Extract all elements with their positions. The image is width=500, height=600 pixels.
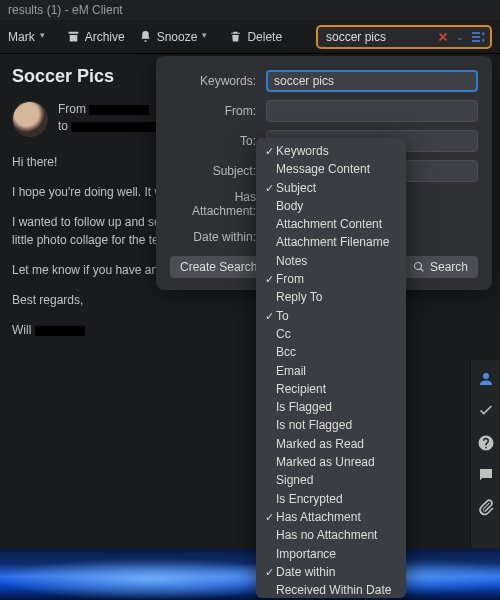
window-titlebar: results (1) - eM Client bbox=[0, 0, 500, 20]
dropdown-label: Is Encrypted bbox=[276, 491, 343, 507]
dropdown-label: Body bbox=[276, 198, 303, 214]
check-icon: ✓ bbox=[262, 143, 276, 159]
dropdown-item[interactable]: Is Flagged bbox=[256, 398, 406, 416]
dropdown-label: Marked as Unread bbox=[276, 454, 375, 470]
dropdown-item[interactable]: ✓Date within bbox=[256, 563, 406, 581]
dropdown-label: Keywords bbox=[276, 143, 329, 159]
contact-icon[interactable] bbox=[477, 370, 495, 388]
dropdown-item[interactable]: ✓Keywords bbox=[256, 142, 406, 160]
dropdown-item[interactable]: Signed bbox=[256, 471, 406, 489]
dropdown-label: Bcc bbox=[276, 344, 296, 360]
dropdown-item[interactable]: Is Encrypted bbox=[256, 490, 406, 508]
dropdown-label: Has Attachment bbox=[276, 509, 361, 525]
snooze-button[interactable]: Snooze ▾ bbox=[139, 30, 216, 44]
dropdown-item[interactable]: Attachment Content bbox=[256, 215, 406, 233]
clear-icon[interactable] bbox=[436, 30, 450, 44]
archive-button[interactable]: Archive bbox=[67, 30, 125, 44]
dropdown-label: Reply To bbox=[276, 289, 322, 305]
check-icon: ✓ bbox=[262, 308, 276, 324]
redacted bbox=[71, 122, 159, 132]
to-label: To: bbox=[170, 134, 256, 148]
dropdown-item[interactable]: Has no Attachment bbox=[256, 526, 406, 544]
dropdown-item[interactable]: ✓From bbox=[256, 270, 406, 288]
check-icon: ✓ bbox=[262, 180, 276, 196]
dropdown-item[interactable]: Body bbox=[256, 197, 406, 215]
from-input[interactable] bbox=[266, 100, 478, 122]
dropdown-label: Attachment Content bbox=[276, 216, 382, 232]
archive-label: Archive bbox=[85, 30, 125, 44]
dropdown-label: Is Flagged bbox=[276, 399, 332, 415]
trash-icon bbox=[229, 30, 242, 43]
dropdown-label: Message Content bbox=[276, 161, 370, 177]
dropdown-label: From bbox=[276, 271, 304, 287]
keywords-input[interactable]: soccer pics bbox=[266, 70, 478, 92]
dropdown-item[interactable]: Marked as Unread bbox=[256, 453, 406, 471]
mark-label: Mark bbox=[8, 30, 35, 44]
dropdown-item[interactable]: Recipient bbox=[256, 380, 406, 398]
dropdown-item[interactable]: Received Within Date bbox=[256, 581, 406, 599]
dropdown-label: Attachment Filename bbox=[276, 234, 389, 250]
check-icon: ✓ bbox=[262, 564, 276, 580]
right-rail bbox=[470, 360, 500, 552]
dropdown-item[interactable]: Reply To bbox=[256, 288, 406, 306]
dropdown-label: Received Within Date bbox=[276, 582, 391, 598]
dropdown-label: Subject bbox=[276, 180, 316, 196]
dropdown-label: Importance bbox=[276, 546, 336, 562]
help-icon[interactable] bbox=[477, 434, 495, 452]
dropdown-item[interactable]: ✓Has Attachment bbox=[256, 508, 406, 526]
has-attachment-label: Has Attachment: bbox=[170, 190, 256, 218]
main-toolbar: Mark ▾ Archive Snooze ▾ Delete soccer pi… bbox=[0, 20, 500, 54]
dropdown-item[interactable]: Marked as Read bbox=[256, 435, 406, 453]
desktop-background bbox=[0, 548, 500, 600]
dropdown-item[interactable]: ✓To bbox=[256, 307, 406, 325]
dropdown-item[interactable]: Email bbox=[256, 362, 406, 380]
dropdown-label: Is not Flagged bbox=[276, 417, 352, 433]
dropdown-label: Recipient bbox=[276, 381, 326, 397]
search-box[interactable]: soccer pics ⌄ bbox=[316, 25, 492, 49]
search-value: soccer pics bbox=[326, 30, 430, 44]
dropdown-item[interactable]: Attachment Filename bbox=[256, 233, 406, 251]
dropdown-label: Date within bbox=[276, 564, 335, 580]
from-label: From bbox=[58, 102, 86, 116]
search-button-label: Search bbox=[430, 260, 468, 274]
dropdown-item[interactable]: Is not Flagged bbox=[256, 416, 406, 434]
keywords-label: Keywords: bbox=[170, 74, 256, 88]
check-icon: ✓ bbox=[262, 509, 276, 525]
search-options-icon[interactable] bbox=[470, 29, 486, 45]
dropdown-item[interactable]: Bcc bbox=[256, 343, 406, 361]
bell-icon bbox=[139, 30, 152, 43]
dropdown-item[interactable]: Importance bbox=[256, 545, 406, 563]
redacted bbox=[89, 105, 149, 115]
window-title: results (1) - eM Client bbox=[8, 3, 123, 17]
date-within-label: Date within: bbox=[170, 230, 256, 244]
chevron-down-icon: ▾ bbox=[40, 30, 53, 43]
check-icon[interactable] bbox=[477, 402, 495, 420]
search-button[interactable]: Search bbox=[403, 256, 478, 278]
from-label: From: bbox=[170, 104, 256, 118]
chat-icon[interactable] bbox=[477, 466, 495, 484]
dropdown-item[interactable]: Cc bbox=[256, 325, 406, 343]
redacted bbox=[35, 326, 85, 336]
archive-icon bbox=[67, 30, 80, 43]
subject-label: Subject: bbox=[170, 164, 256, 178]
dropdown-item[interactable]: ✓Subject bbox=[256, 179, 406, 197]
dropdown-label: Email bbox=[276, 363, 306, 379]
dropdown-label: Notes bbox=[276, 253, 307, 269]
from-to-block: From to bbox=[58, 101, 159, 135]
delete-label: Delete bbox=[247, 30, 282, 44]
search-icon bbox=[413, 261, 425, 273]
dropdown-label: Signed bbox=[276, 472, 313, 488]
search-dropdown-icon[interactable]: ⌄ bbox=[456, 32, 464, 42]
to-label: to bbox=[58, 119, 68, 133]
dropdown-label: Cc bbox=[276, 326, 291, 342]
dropdown-item[interactable]: Message Content bbox=[256, 160, 406, 178]
dropdown-item[interactable]: Notes bbox=[256, 252, 406, 270]
dropdown-label: Marked as Read bbox=[276, 436, 364, 452]
chevron-down-icon: ▾ bbox=[202, 30, 215, 43]
mark-button[interactable]: Mark ▾ bbox=[8, 30, 53, 44]
delete-button[interactable]: Delete bbox=[229, 30, 282, 44]
dropdown-label: Has no Attachment bbox=[276, 527, 377, 543]
attachment-icon[interactable] bbox=[477, 498, 495, 516]
field-dropdown[interactable]: ✓KeywordsMessage Content✓SubjectBodyAtta… bbox=[256, 138, 406, 598]
snooze-label: Snooze bbox=[157, 30, 198, 44]
